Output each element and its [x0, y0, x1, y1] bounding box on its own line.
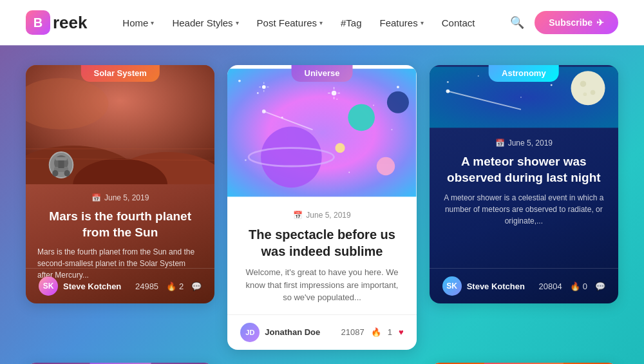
stats: 24985 🔥 2 💬	[135, 282, 202, 291]
meta-date-universe: 📅 June 5, 2019	[240, 211, 403, 220]
avatar: SK	[39, 276, 58, 296]
svg-point-24	[349, 172, 350, 173]
search-icon[interactable]: 🔍	[510, 15, 524, 30]
category-badge-solar: Solar System	[80, 65, 159, 82]
svg-point-50	[571, 71, 605, 105]
card-body-astronomy: 📅 June 5, 2019 A meteor shower was obser…	[430, 129, 618, 236]
card-footer-astronomy: SK Steve Kotchen 20804 🔥 0 💬	[430, 268, 618, 303]
svg-point-51	[580, 81, 585, 86]
nav-features[interactable]: Features ▾	[380, 17, 424, 28]
svg-point-17	[397, 86, 399, 88]
svg-point-36	[336, 143, 345, 153]
calendar-icon: 📅	[293, 211, 303, 220]
chevron-down-icon: ▾	[421, 19, 424, 26]
card-title-universe: The spectacle before us was indeed subli…	[240, 226, 403, 260]
author-name: Steve Kotchen	[63, 282, 121, 291]
fire-icon: 🔥	[371, 327, 381, 337]
meta-date: 📅 June 5, 2019	[37, 193, 203, 202]
svg-point-16	[257, 92, 259, 94]
card-title-astronomy: A meteor shower was observed during last…	[441, 154, 607, 186]
logo[interactable]: B reek	[26, 10, 88, 35]
category-badge-universe: Universe	[292, 65, 353, 82]
send-icon: ✈	[596, 17, 604, 28]
svg-point-34	[348, 104, 375, 131]
universe-illustration	[227, 65, 416, 200]
card-footer-universe: JD Jonathan Doe 21087 🔥 1 ♥	[227, 314, 416, 350]
view-count: 21087	[341, 327, 365, 337]
nav-tag[interactable]: #Tag	[341, 17, 362, 28]
svg-rect-14	[227, 69, 416, 197]
card-title: Mars is the fourth planet from the Sun	[37, 209, 203, 240]
avatar: JD	[240, 323, 260, 342]
view-count: 24985	[135, 282, 158, 291]
svg-point-32	[261, 127, 322, 188]
nav-post-features[interactable]: Post Features ▾	[257, 17, 323, 28]
comment-icon: 💬	[595, 282, 605, 291]
card-astronomy[interactable]: Astronomy	[430, 65, 618, 303]
card-image	[26, 65, 214, 184]
card-excerpt-universe: Welcome, it's great to have you here. We…	[240, 266, 403, 304]
calendar-icon: 📅	[495, 139, 505, 148]
comments-stat: 💬	[191, 282, 202, 291]
subscribe-button[interactable]: Subscribe ✈	[535, 11, 618, 34]
svg-point-23	[245, 159, 247, 161]
nav-contact[interactable]: Contact	[442, 17, 475, 28]
likes-stat: 🔥 2	[166, 282, 184, 291]
svg-point-25	[262, 85, 266, 89]
card-universe[interactable]: Universe	[227, 65, 416, 350]
author-area: SK Steve Kotchen	[442, 276, 525, 296]
author-name: Jonathan Doe	[265, 327, 320, 337]
svg-point-49	[446, 90, 450, 93]
svg-point-52	[590, 90, 595, 95]
svg-point-18	[373, 104, 374, 106]
fire-icon: 🔥	[570, 282, 580, 291]
svg-point-53	[583, 92, 587, 96]
calendar-icon: 📅	[91, 193, 101, 202]
chevron-down-icon: ▾	[319, 19, 323, 26]
card-footer: SK Steve Kotchen 24985 🔥 2 💬	[26, 268, 214, 303]
svg-point-20	[337, 99, 338, 100]
card-mars[interactable]: Solar System	[26, 65, 214, 303]
svg-point-44	[447, 81, 449, 83]
nav-actions: 🔍 Subscribe ✈	[510, 11, 618, 34]
logo-icon: B	[26, 10, 50, 35]
svg-point-35	[377, 157, 395, 175]
svg-rect-13	[55, 157, 67, 160]
avatar: SK	[442, 276, 462, 296]
likes-stat: 🔥 0	[570, 282, 587, 291]
header: B reek Home ▾ Header Styles ▾ Post Featu…	[0, 0, 644, 45]
nav-header-styles[interactable]: Header Styles ▾	[172, 17, 238, 28]
chevron-down-icon: ▾	[236, 19, 239, 26]
author-area: SK Steve Kotchen	[39, 276, 121, 296]
cards-grid: Solar System	[0, 46, 644, 364]
likes-count: 1	[388, 327, 392, 337]
card-content-universe: 📅 June 5, 2019 The spectacle before us w…	[227, 200, 416, 314]
meta-date-astronomy: 📅 June 5, 2019	[441, 139, 607, 148]
comment-icon: 💬	[191, 282, 202, 291]
card-image-universe	[227, 65, 416, 200]
author-area: JD Jonathan Doe	[240, 323, 320, 342]
category-badge-astronomy: Astronomy	[489, 65, 559, 82]
logo-text: reek	[53, 13, 88, 33]
fire-icon: 🔥	[166, 282, 176, 291]
svg-point-15	[238, 80, 241, 82]
nav-home[interactable]: Home ▾	[122, 17, 154, 28]
author-name: Steve Kotchen	[467, 282, 525, 291]
svg-point-37	[387, 91, 409, 113]
svg-point-10	[52, 170, 58, 177]
svg-point-11	[64, 170, 70, 177]
heart-icon: ♥	[399, 327, 404, 337]
stats: 21087 🔥 1 ♥	[341, 327, 404, 337]
svg-point-22	[392, 129, 393, 130]
svg-point-45	[477, 75, 478, 77]
svg-point-38	[332, 91, 337, 96]
mars-illustration	[26, 65, 214, 184]
svg-point-47	[520, 97, 522, 98]
stats: 20804 🔥 0 💬	[539, 282, 605, 291]
comments-stat: 💬	[595, 282, 605, 291]
svg-point-31	[262, 110, 266, 113]
main-nav: Home ▾ Header Styles ▾ Post Features ▾ #…	[122, 17, 475, 28]
svg-point-46	[550, 84, 552, 86]
view-count: 20804	[539, 282, 562, 291]
chevron-down-icon: ▾	[151, 19, 154, 26]
